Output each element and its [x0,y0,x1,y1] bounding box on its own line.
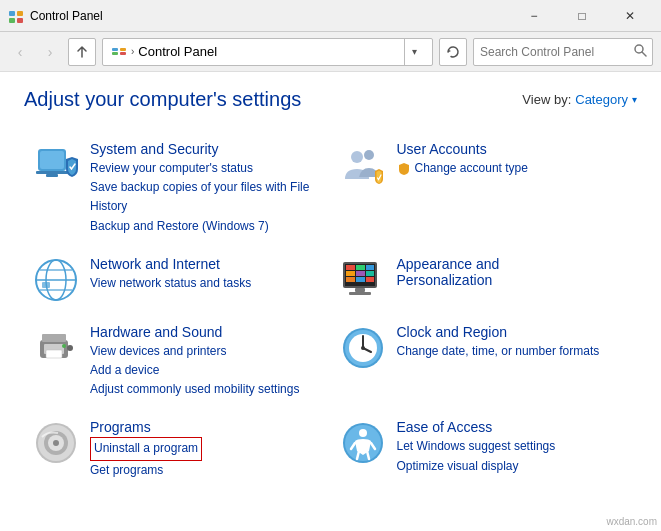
user-accounts-icon [339,141,387,189]
hardware-link-1[interactable]: View devices and printers [90,342,299,361]
user-accounts-title[interactable]: User Accounts [397,141,528,157]
up-button[interactable] [68,38,96,66]
path-dropdown-button[interactable]: ▾ [404,38,424,66]
appearance-title[interactable]: Appearance andPersonalization [397,256,500,288]
app-icon [8,8,24,24]
programs-text: Programs Uninstall a program Get program… [90,419,202,479]
clock-icon [339,324,387,372]
panel-item-appearance: Appearance andPersonalization [331,246,638,314]
viewby-label: View by: [522,92,571,107]
svg-rect-7 [120,52,126,55]
network-icon [32,256,80,304]
maximize-button[interactable]: □ [559,0,605,32]
network-link-1[interactable]: View network status and tasks [90,274,251,293]
address-path[interactable]: › Control Panel ▾ [102,38,433,66]
svg-point-16 [364,150,374,160]
svg-rect-12 [40,151,64,169]
ease-of-access-icon [339,419,387,467]
panel-item-user-accounts: User Accounts Change account type [331,131,638,246]
panel-item-system: System and Security Review your computer… [24,131,331,246]
svg-rect-3 [17,18,23,23]
svg-rect-32 [356,277,365,282]
hardware-icon [32,324,80,372]
search-icon [634,44,647,60]
clock-text: Clock and Region Change date, time, or n… [397,324,600,361]
svg-rect-1 [17,11,23,16]
up-arrow-icon [75,45,89,59]
user-accounts-link-1[interactable]: Change account type [415,159,528,178]
svg-point-55 [359,429,367,437]
svg-line-10 [642,52,646,56]
svg-rect-26 [356,265,365,270]
svg-rect-2 [9,18,15,23]
refresh-button[interactable] [439,38,467,66]
ease-of-access-title[interactable]: Ease of Access [397,419,556,435]
panel-item-clock: Clock and Region Change date, time, or n… [331,314,638,410]
clock-link-1[interactable]: Change date, time, or number formats [397,342,600,361]
programs-link-1[interactable]: Uninstall a program [90,437,202,460]
svg-rect-13 [36,171,68,174]
folder-icon [111,44,127,60]
ease-link-1[interactable]: Let Windows suggest settings [397,437,556,456]
panel-item-programs: Programs Uninstall a program Get program… [24,409,331,489]
svg-point-52 [53,440,59,446]
svg-rect-39 [46,350,62,358]
panel-item-hardware: Hardware and Sound View devices and prin… [24,314,331,410]
system-security-icon [32,141,80,189]
svg-rect-34 [355,288,365,292]
system-link-2[interactable]: Save backup copies of your files with Fi… [90,178,323,216]
viewby-value[interactable]: Category [575,92,628,107]
refresh-icon [446,45,460,59]
system-link-1[interactable]: Review your computer's status [90,159,323,178]
svg-rect-30 [366,271,374,276]
hardware-link-2[interactable]: Add a device [90,361,299,380]
system-link-3[interactable]: Backup and Restore (Windows 7) [90,217,323,236]
network-title[interactable]: Network and Internet [90,256,251,272]
path-text: Control Panel [138,44,217,59]
ease-of-access-text: Ease of Access Let Windows suggest setti… [397,419,556,475]
minimize-button[interactable]: − [511,0,557,32]
svg-rect-28 [346,271,355,276]
panel-item-network: Network and Internet View network status… [24,246,331,314]
view-by: View by: Category ▾ [522,92,637,107]
svg-rect-25 [346,265,355,270]
page-title: Adjust your computer's settings [24,88,301,111]
clock-title[interactable]: Clock and Region [397,324,600,340]
forward-button[interactable]: › [38,40,62,64]
window-title: Control Panel [30,9,103,23]
ease-link-2[interactable]: Optimize visual display [397,457,556,476]
path-chevron: › [131,46,134,57]
svg-rect-35 [349,292,371,295]
close-button[interactable]: ✕ [607,0,653,32]
programs-title[interactable]: Programs [90,419,202,435]
svg-rect-0 [9,11,15,16]
appearance-icon [339,256,387,304]
hardware-link-3[interactable]: Adjust commonly used mobility settings [90,380,299,399]
back-button[interactable]: ‹ [8,40,32,64]
programs-icon [32,419,80,467]
svg-rect-5 [120,48,126,51]
user-accounts-text: User Accounts Change account type [397,141,528,178]
svg-rect-33 [366,277,374,282]
hardware-title[interactable]: Hardware and Sound [90,324,299,340]
title-bar: Control Panel − □ ✕ [0,0,661,32]
svg-rect-31 [346,277,355,282]
system-security-text: System and Security Review your computer… [90,141,323,236]
main-content: Adjust your computer's settings View by:… [0,72,661,506]
svg-rect-38 [42,334,66,342]
page-header: Adjust your computer's settings View by:… [24,88,637,111]
watermark: wxdan.com [606,516,657,527]
svg-point-47 [361,346,365,350]
svg-rect-22 [42,282,50,288]
hardware-text: Hardware and Sound View devices and prin… [90,324,299,400]
system-security-title[interactable]: System and Security [90,141,323,157]
search-input[interactable] [480,45,630,59]
svg-point-40 [62,344,66,348]
svg-rect-14 [46,174,58,177]
address-bar: ‹ › › Control Panel ▾ [0,32,661,72]
programs-link-2[interactable]: Get programs [90,461,202,480]
svg-marker-8 [448,49,451,52]
search-box[interactable] [473,38,653,66]
svg-point-15 [351,151,363,163]
svg-rect-27 [366,265,374,270]
